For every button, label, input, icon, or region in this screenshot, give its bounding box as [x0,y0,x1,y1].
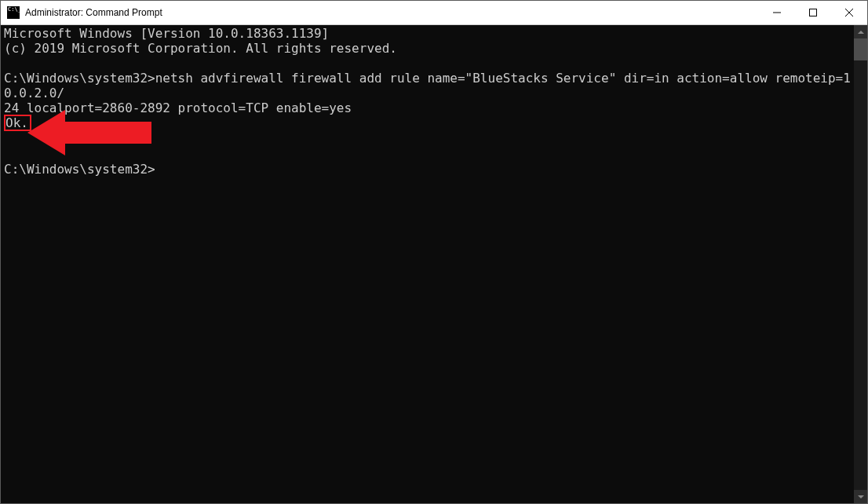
annotation-arrow-icon [27,110,151,155]
ok-result-highlight: Ok. [4,115,31,131]
prompt-line-2: C:\Windows\system32> [4,162,155,177]
copyright-line: (c) 2019 Microsoft Corporation. All righ… [4,41,397,56]
entered-command-part2: 24 localport=2860-2892 protocol=TCP enab… [4,100,352,115]
maximize-icon [809,9,817,16]
window-controls [759,1,867,24]
titlebar[interactable]: Administrator: Command Prompt [1,1,867,25]
client-area: Microsoft Windows [Version 10.0.18363.11… [1,25,867,503]
scroll-down-button[interactable] [854,490,867,503]
scroll-thumb[interactable] [854,38,867,60]
svg-rect-1 [810,9,817,16]
vertical-scrollbar[interactable] [854,25,867,503]
close-icon [845,9,853,16]
minimize-button[interactable] [759,1,795,24]
version-line: Microsoft Windows [Version 10.0.18363.11… [4,26,329,41]
prompt-line-1: C:\Windows\system32>netsh advfirewall fi… [4,71,851,100]
window-title: Administrator: Command Prompt [25,7,759,18]
svg-marker-4 [27,110,151,155]
cmd-icon [7,6,20,19]
ok-text: Ok. [5,115,28,130]
minimize-icon [773,9,781,16]
prompt-prefix: C:\Windows\system32> [4,71,155,86]
command-prompt-window: Administrator: Command Prompt Microsoft … [0,0,868,504]
close-button[interactable] [831,1,867,24]
terminal-output[interactable]: Microsoft Windows [Version 10.0.18363.11… [1,25,854,503]
scroll-up-button[interactable] [854,25,867,38]
maximize-button[interactable] [795,1,831,24]
